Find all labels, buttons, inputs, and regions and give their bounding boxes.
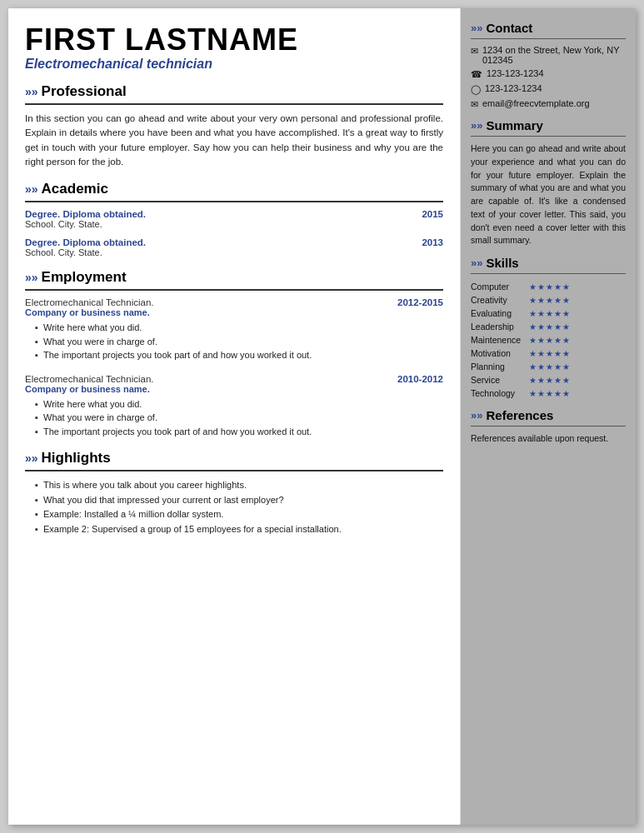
bullet-list-1: Write here what you did. What you were i… (25, 321, 443, 362)
skill-stars: ★★★★★ (529, 320, 626, 333)
name-block: FIRST LASTNAME Electromechanical technic… (25, 25, 443, 72)
contact-arrow-icon: »» (471, 22, 482, 34)
academic-degree-line-1: Degree. Diploma obtained. 2015 (25, 209, 443, 219)
academic-degree-line-2: Degree. Diploma obtained. 2013 (25, 237, 443, 247)
degree-title-1: Degree. Diploma obtained. (25, 209, 146, 219)
skill-row: Maintenence★★★★★ (471, 333, 626, 347)
professional-header: »» Professional (25, 83, 443, 100)
school-2: School. City. State. (25, 247, 443, 257)
professional-text: In this section you can go ahead and wri… (25, 112, 443, 169)
address-icon: ✉ (471, 46, 478, 57)
skill-stars: ★★★★★ (529, 347, 626, 360)
job-title-1: Electromechanical Technician. (25, 297, 153, 307)
contact-email-text: email@freecvtemplate.org (482, 98, 590, 108)
left-column: FIRST LASTNAME Electromechanical technic… (8, 8, 461, 825)
contact-label: Contact (486, 21, 532, 35)
contact-header: »» Contact (471, 21, 626, 35)
employment-label: Employment (42, 269, 127, 286)
skill-row: Motivation★★★★★ (471, 347, 626, 360)
bullet-2-2: What you were in charge of. (35, 411, 443, 425)
contact-email: ✉ email@freecvtemplate.org (471, 98, 626, 110)
email-icon: ✉ (471, 99, 478, 110)
employment-entry-1: Electromechanical Technician. 2012-2015 … (25, 297, 443, 362)
summary-text: Here you can go ahead and write about yo… (471, 142, 626, 247)
contact-phone2: ◯ 123-123-1234 (471, 83, 626, 95)
bullet-1-3: The important projects you took part of … (35, 348, 443, 362)
job-title: Electromechanical technician (25, 57, 443, 72)
company-2: Company or business name. (25, 384, 443, 394)
academic-header: »» Academic (25, 181, 443, 197)
academic-divider (25, 201, 443, 202)
summary-divider (471, 136, 626, 137)
skill-name: Leadership (471, 320, 529, 333)
skill-name: Technology (471, 387, 529, 400)
bullet-2-3: The important projects you took part of … (35, 425, 443, 439)
school-1: School. City. State. (25, 219, 443, 229)
skill-name: Motivation (471, 347, 529, 360)
skill-name: Computer (471, 280, 529, 293)
highlight-2: What you did that impressed your current… (35, 493, 443, 508)
skills-arrow-icon: »» (471, 257, 482, 269)
academic-label: Academic (42, 181, 108, 197)
skills-divider (471, 273, 626, 274)
references-arrow-icon: »» (471, 409, 482, 421)
skill-row: Evaluating★★★★★ (471, 307, 626, 320)
highlight-1: This is where you talk about you career … (35, 478, 443, 493)
skill-name: Maintenence (471, 333, 529, 347)
professional-arrow-icon: »» (25, 85, 38, 98)
skill-name: Evaluating (471, 307, 529, 320)
academic-arrow-icon: »» (25, 182, 38, 196)
contact-phone1: ☎ 123-123-1234 (471, 68, 626, 80)
job-title-2: Electromechanical Technician. (25, 374, 153, 384)
employment-entry-2: Electromechanical Technician. 2010-2012 … (25, 374, 443, 439)
contact-phone2-text: 123-123-1234 (485, 83, 542, 93)
skill-stars: ★★★★★ (529, 280, 626, 293)
summary-label: Summary (486, 118, 542, 132)
highlights-divider (25, 470, 443, 471)
highlights-arrow-icon: »» (25, 451, 38, 465)
bullet-2-1: Write here what you did. (35, 397, 443, 412)
academic-entry-2: Degree. Diploma obtained. 2013 School. C… (25, 237, 443, 257)
academic-entry-1: Degree. Diploma obtained. 2015 School. C… (25, 209, 443, 229)
highlight-3: Example: Installed a ¼ million dollar sy… (35, 507, 443, 522)
highlight-4: Example 2: Supervised a group of 15 empl… (35, 522, 443, 537)
highlights-header: »» Highlights (25, 450, 443, 466)
skill-stars: ★★★★★ (529, 307, 626, 320)
skill-row: Computer★★★★★ (471, 280, 626, 293)
references-label: References (486, 408, 553, 422)
highlights-list: This is where you talk about you career … (25, 478, 443, 536)
skill-row: Leadership★★★★★ (471, 320, 626, 333)
employment-arrow-icon: »» (25, 271, 38, 284)
skill-row: Technology★★★★★ (471, 387, 626, 400)
professional-divider (25, 103, 443, 105)
skill-stars: ★★★★★ (529, 360, 626, 373)
contact-address-text: 1234 on the Street, New York, NY 012345 (482, 45, 626, 65)
company-1: Company or business name. (25, 307, 443, 317)
summary-header: »» Summary (471, 118, 626, 132)
skill-row: Service★★★★★ (471, 373, 626, 387)
contact-phone1-text: 123-123-1234 (487, 68, 544, 78)
references-text: References available upon request. (471, 432, 626, 446)
skills-label: Skills (486, 256, 518, 270)
references-divider (471, 426, 626, 426)
references-header: »» References (471, 408, 626, 422)
skill-row: Planning★★★★★ (471, 360, 626, 373)
skills-header: »» Skills (471, 256, 626, 270)
phone2-icon: ◯ (471, 84, 481, 95)
job-line-2: Electromechanical Technician. 2010-2012 (25, 374, 443, 384)
contact-divider (471, 38, 626, 39)
professional-label: Professional (42, 83, 127, 100)
resume-page: FIRST LASTNAME Electromechanical technic… (8, 8, 636, 825)
skill-name: Creativity (471, 293, 529, 307)
degree-year-2: 2013 (422, 237, 443, 247)
skill-stars: ★★★★★ (529, 387, 626, 400)
contact-address: ✉ 1234 on the Street, New York, NY 01234… (471, 45, 626, 65)
highlights-label: Highlights (42, 450, 111, 466)
employment-header: »» Employment (25, 269, 443, 286)
skill-row: Creativity★★★★★ (471, 293, 626, 307)
job-dates-2: 2010-2012 (397, 374, 443, 384)
skills-table: Computer★★★★★Creativity★★★★★Evaluating★★… (471, 280, 626, 400)
employment-divider (25, 289, 443, 291)
phone1-icon: ☎ (471, 69, 482, 80)
summary-arrow-icon: »» (471, 119, 482, 132)
